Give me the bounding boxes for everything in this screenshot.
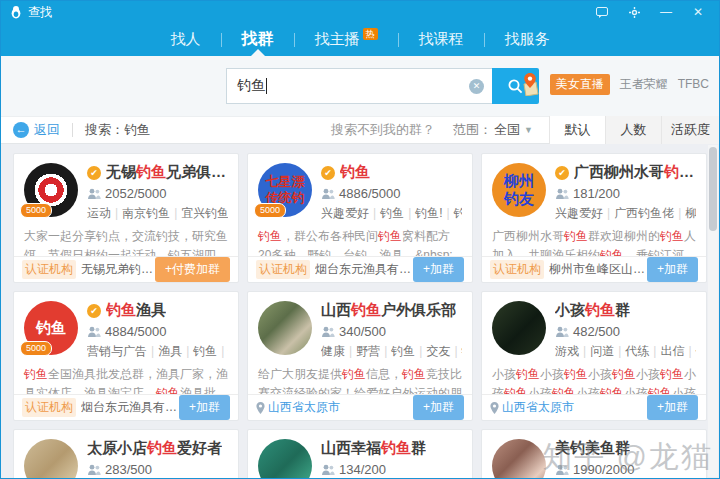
member-count: 2052/5000	[105, 186, 166, 201]
close-button[interactable]: ✕	[689, 4, 707, 20]
member-count: 283/500	[105, 462, 152, 477]
hot-search-link[interactable]: TFBC	[678, 77, 709, 91]
members-icon	[555, 326, 569, 338]
join-group-button[interactable]: +加群	[647, 257, 698, 282]
join-group-button[interactable]: +加群	[413, 257, 464, 282]
group-card[interactable]: 美钓美鱼群 1990/2000	[481, 429, 707, 479]
group-description: 大家一起分享钓点，交流钓技，研究鱼饵。节假日相约一起活动。钓五湖四海，交天下朋友…	[14, 222, 238, 256]
sort-control: 默认 人数 活跃度	[549, 116, 719, 144]
members-icon	[321, 188, 335, 200]
org-name: 柳州市鱼峰区山水兄弟渔具店	[549, 261, 647, 278]
org-name: 无锡兄弟钓鱼俱乐部有...	[81, 261, 155, 278]
group-card[interactable]: 山西幸福钓鱼群 134/200	[247, 429, 473, 479]
feedback-icon[interactable]	[593, 4, 611, 20]
members-icon	[87, 464, 101, 476]
join-group-button[interactable]: +加群	[647, 395, 698, 420]
sort-tab-default[interactable]: 默认	[549, 116, 605, 144]
tab-find-service[interactable]: 找服务	[485, 23, 570, 56]
verified-icon: ✔	[87, 166, 101, 180]
member-count: 1990/2000	[573, 462, 634, 477]
member-count: 482/500	[573, 324, 620, 339]
card-footer: 山西省太原市 +加群	[248, 394, 472, 420]
join-group-button[interactable]: +加群	[179, 395, 230, 420]
filter-bar: ← 返回 搜索：钓鱼 搜索不到我的群？ 范围： 全国 ▼ 默认 人数 活跃度	[1, 116, 719, 144]
group-card[interactable]: 5000 ✔ 无锡钓鱼兄弟俱乐部 2052/5000 运动|南京钓鱼|宜兴钓	[13, 153, 239, 283]
back-button[interactable]: ← 返回	[13, 121, 60, 139]
group-tags: 健康|野营|钓鱼|交友|学习|...	[321, 343, 462, 360]
verified-icon: ✔	[555, 166, 569, 180]
card-footer: 认证机构 无锡兄弟钓鱼俱乐部有... +付费加群	[14, 256, 238, 282]
scrollbar-thumb[interactable]	[709, 147, 717, 231]
group-card[interactable]: 钓鱼 5000 ✔ 钓鱼渔具 4884/5000 营销与广告	[13, 291, 239, 421]
member-count: 181/200	[573, 186, 620, 201]
cannot-find-group-link[interactable]: 搜索不到我的群？	[331, 121, 435, 139]
group-title: 无锡钓鱼兄弟俱乐部	[106, 163, 228, 182]
sort-tab-activity[interactable]: 活跃度	[661, 116, 719, 144]
scrollbar-track[interactable]	[708, 145, 718, 477]
minimize-button[interactable]: —	[657, 4, 675, 20]
group-description: 钓鱼，群公布各种民间钓鱼窝料配方20多种。野钓，台钓，渔具，&nbsp;钓鱼全国…	[248, 222, 472, 256]
group-description: 广西柳州水哥钓鱼群欢迎柳州的钓鱼人加入。共聊渔乐相约钓鱼，垂钓江河，进群修改群名…	[482, 222, 706, 256]
card-footer: 认证机构 烟台东元渔具有限公司 +加群	[248, 256, 472, 282]
group-title: 钓鱼	[340, 163, 370, 182]
member-count: 4884/5000	[105, 324, 166, 339]
search-input[interactable]: 钓鱼 ✕	[226, 68, 492, 104]
members-icon	[321, 464, 335, 476]
tab-find-course[interactable]: 找课程	[399, 23, 484, 56]
find-group-window: 查找 — ✕ 找人 找群 找主播热 找课程 找服务	[0, 0, 720, 479]
cert-badge: 认证机构	[22, 260, 76, 279]
scope-dropdown[interactable]: 全国	[494, 121, 520, 139]
join-group-button[interactable]: +付费加群	[155, 257, 230, 282]
search-term-label: 搜索：钓鱼	[85, 121, 150, 139]
group-avatar	[258, 439, 312, 479]
member-count: 134/200	[339, 462, 386, 477]
location-map-icon[interactable]	[520, 72, 540, 96]
tab-find-streamer[interactable]: 找主播热	[295, 23, 398, 56]
org-name: 烟台东元渔具有限公司	[315, 261, 413, 278]
beauty-live-badge[interactable]: 美女直播	[550, 74, 610, 95]
group-tags: 兴趣爱好|钓鱼|钓鱼!|钓鱼@|...	[321, 205, 462, 222]
group-title: 钓鱼渔具	[106, 301, 166, 320]
group-tags: 兴趣爱好|广西钓鱼佬|柳州钓鱼...	[555, 205, 696, 222]
group-tags: 运动|南京钓鱼|宜兴钓鱼|常州...	[87, 205, 228, 222]
group-card[interactable]: 七星漂传统钓 5000 ✔ 钓鱼 4886/5000 兴趣爱	[247, 153, 473, 283]
group-description: 给广大朋友提供钓鱼信息，钓鱼竞技比赛交流经验的家！给爱好户外运动的朋友组建一个经…	[248, 360, 472, 394]
group-title: 山西钓鱼户外俱乐部	[321, 301, 456, 320]
sort-tab-members[interactable]: 人数	[605, 116, 661, 144]
settings-icon[interactable]	[625, 4, 643, 20]
qq-penguin-icon	[9, 5, 23, 19]
capacity-badge: 5000	[20, 203, 52, 218]
group-avatar: 柳州钓友	[492, 163, 546, 217]
location-pin-icon	[490, 402, 499, 414]
group-card[interactable]: 小孩钓鱼群 482/500 游戏|问道|代练|出信|代练1|... 小孩钓鱼小孩…	[481, 291, 707, 421]
location-row: 山西省太原市	[256, 399, 340, 416]
tab-find-group[interactable]: 找群	[222, 23, 294, 56]
group-card[interactable]: 太原小店钓鱼爱好者 283/500	[13, 429, 239, 479]
capacity-badge: 5000	[254, 203, 286, 218]
search-section: 钓鱼 ✕ 美女直播 王者荣耀 TFBC	[1, 56, 719, 116]
members-icon	[555, 188, 569, 200]
group-card[interactable]: 山西钓鱼户外俱乐部 340/500 健康|野营|钓鱼|交友|学习|... 给广大…	[247, 291, 473, 421]
members-icon	[87, 188, 101, 200]
clear-search-icon[interactable]: ✕	[469, 79, 484, 94]
hot-search-link[interactable]: 王者荣耀	[620, 76, 668, 93]
group-description: 钓鱼全国渔具批发总群，渔具厂家，渔具实体店，渔具淘宝店，钓鱼渔具批发，钓鱼鱼竿批…	[14, 360, 238, 394]
tab-find-people[interactable]: 找人	[151, 23, 221, 56]
card-footer: 山西省太原市 +加群	[482, 394, 706, 420]
group-avatar	[24, 439, 78, 479]
join-group-button[interactable]: +加群	[413, 395, 464, 420]
window-title: 查找	[28, 4, 52, 21]
group-tags: 游戏|问道|代练|出信|代练1|...	[555, 343, 696, 360]
divider	[72, 123, 73, 137]
member-count: 4886/5000	[339, 186, 400, 201]
group-title: 广西柳州水哥钓鱼群	[574, 163, 696, 182]
members-icon	[321, 326, 335, 338]
cert-badge: 认证机构	[256, 260, 310, 279]
group-card[interactable]: 柳州钓友 ✔ 广西柳州水哥钓鱼群 181/200 兴趣爱好	[481, 153, 707, 283]
chevron-down-icon[interactable]: ▼	[524, 125, 533, 135]
group-avatar	[492, 439, 546, 479]
location-pin-icon	[256, 402, 265, 414]
location-row: 山西省太原市	[490, 399, 574, 416]
card-footer: 认证机构 柳州市鱼峰区山水兄弟渔具店 +加群	[482, 256, 706, 282]
group-avatar	[258, 301, 312, 355]
